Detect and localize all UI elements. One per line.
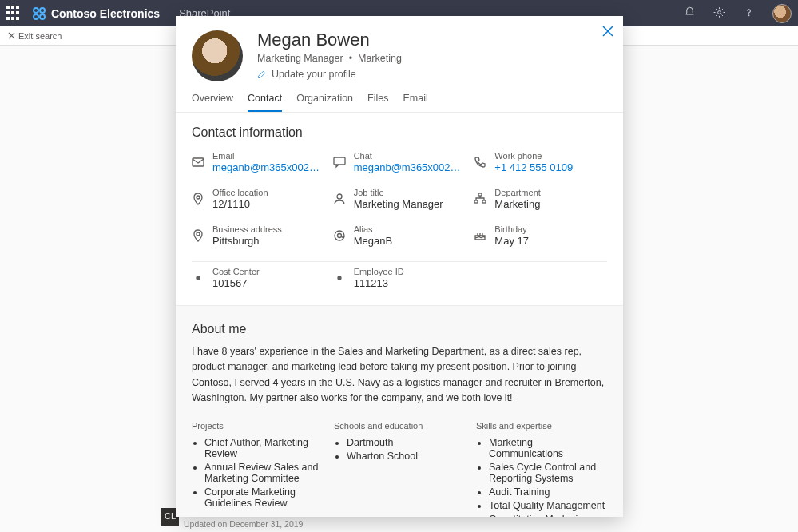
- tab-organization[interactable]: Organization: [296, 93, 353, 112]
- field-label: Job title: [354, 188, 443, 197]
- svg-point-13: [197, 232, 200, 236]
- skills-list: Marketing CommunicationsSales Cycle Cont…: [476, 437, 607, 518]
- projects-heading: Projects: [192, 421, 323, 431]
- chat-icon: [333, 156, 346, 169]
- gear-icon[interactable]: [713, 6, 725, 21]
- pin-icon: [192, 193, 204, 205]
- svg-point-2: [34, 14, 38, 19]
- mail-icon: [192, 156, 204, 169]
- svg-point-16: [197, 276, 200, 280]
- contact-field: Work phone+1 412 555 0109: [474, 151, 607, 173]
- contact-field: AliasMeganB: [333, 224, 466, 247]
- profile-tabs: Overview Contact Organization Files Emai…: [176, 81, 623, 113]
- svg-point-17: [338, 276, 341, 280]
- schools-list: DartmouthWharton School: [334, 437, 465, 462]
- field-value: 111213: [354, 277, 404, 289]
- app-launcher-icon[interactable]: [6, 6, 22, 22]
- field-label: Cost Center: [212, 267, 260, 276]
- at-icon: [333, 229, 346, 242]
- brand-name: Contoso Electronics: [51, 7, 160, 20]
- list-item: Chief Author, Marketing Review: [204, 437, 323, 459]
- contact-field: Cost Center101567: [192, 267, 325, 289]
- tab-files[interactable]: Files: [367, 93, 388, 112]
- bell-icon[interactable]: [684, 6, 696, 21]
- list-item: Marketing Communications: [489, 437, 607, 459]
- tab-overview[interactable]: Overview: [192, 93, 233, 112]
- profile-photo: [192, 30, 243, 81]
- field-label: Department: [494, 188, 540, 197]
- svg-point-15: [337, 234, 341, 238]
- contact-info-heading: Contact information: [192, 125, 607, 140]
- schools-heading: Schools and education: [334, 421, 465, 431]
- tab-email[interactable]: Email: [403, 93, 427, 112]
- field-label: Business address: [212, 224, 282, 234]
- field-value: Marketing: [494, 198, 540, 210]
- bullet-icon: [192, 272, 204, 284]
- field-value: May 17: [494, 235, 529, 247]
- field-value: 101567: [212, 277, 260, 289]
- bullet-icon: [333, 272, 346, 284]
- projects-list: Chief Author, Marketing ReviewAnnual Rev…: [192, 437, 323, 509]
- exit-search-link[interactable]: Exit search: [8, 31, 62, 41]
- field-value[interactable]: meganb@m365x002621.on…: [212, 161, 324, 173]
- profile-title: Marketing Manager • Marketing: [257, 53, 402, 64]
- svg-point-9: [337, 194, 342, 199]
- svg-point-4: [718, 10, 721, 14]
- field-value: MeganB: [354, 235, 392, 247]
- contact-field: DepartmentMarketing: [474, 188, 607, 210]
- svg-point-1: [40, 8, 45, 13]
- field-label: Office location: [212, 188, 268, 197]
- contact-field: Office location12/1110: [192, 188, 325, 210]
- about-heading: About me: [192, 322, 607, 336]
- field-value: Marketing Manager: [354, 198, 443, 210]
- skills-heading: Skills and expertise: [476, 421, 607, 431]
- list-item: Total Quality Management: [489, 500, 607, 511]
- list-item: Annual Review Sales and Marketing Commit…: [204, 462, 323, 484]
- field-label: Work phone: [494, 151, 573, 161]
- profile-name: Megan Bowen: [257, 30, 402, 50]
- field-label: Alias: [354, 224, 392, 234]
- help-icon[interactable]: [743, 6, 755, 21]
- close-button[interactable]: [601, 24, 615, 38]
- cake-icon: [474, 229, 486, 242]
- list-item: Audit Training: [489, 486, 607, 498]
- field-value: 12/1110: [212, 198, 268, 210]
- list-item: Quantitative Marketing Analysis: [489, 514, 607, 518]
- svg-point-5: [748, 14, 749, 15]
- field-value: Pittsburgh: [212, 235, 282, 247]
- contact-field: Job titleMarketing Manager: [333, 188, 466, 210]
- svg-point-0: [34, 8, 38, 13]
- list-item: Sales Cycle Control and Reporting System…: [489, 462, 607, 484]
- list-item: Dartmouth: [347, 437, 465, 448]
- exit-search-label: Exit search: [18, 31, 62, 41]
- org-icon: [474, 193, 486, 205]
- profile-card-modal: Megan Bowen Marketing Manager • Marketin…: [176, 16, 623, 517]
- person-icon: [333, 193, 346, 205]
- svg-point-3: [40, 14, 45, 19]
- svg-rect-12: [482, 200, 486, 203]
- contact-field: Employee ID111213: [333, 267, 466, 289]
- result-updated: Updated on December 31, 2019: [184, 518, 392, 530]
- field-value[interactable]: +1 412 555 0109: [494, 161, 573, 173]
- pin-icon: [192, 229, 204, 242]
- update-profile-link[interactable]: Update your profile: [257, 69, 402, 80]
- svg-rect-10: [478, 193, 482, 196]
- tab-contact[interactable]: Contact: [248, 93, 282, 112]
- contact-field: Chatmeganb@m365x002621.on…: [333, 151, 466, 173]
- contact-field: Emailmeganb@m365x002621.on…: [192, 151, 325, 173]
- user-avatar[interactable]: [772, 4, 792, 23]
- contact-field: Business addressPittsburgh: [192, 224, 325, 247]
- profile-scroll[interactable]: Contact information Emailmeganb@m365x002…: [176, 113, 623, 517]
- brand-logo-icon: [32, 6, 46, 21]
- phone-icon: [474, 156, 486, 169]
- field-label: Email: [212, 151, 324, 161]
- contact-field: BirthdayMay 17: [474, 224, 607, 247]
- field-label: Chat: [354, 151, 466, 161]
- svg-rect-11: [474, 200, 478, 203]
- svg-point-8: [197, 196, 200, 199]
- svg-point-14: [335, 231, 344, 240]
- list-item: Corporate Marketing Guidelines Review: [204, 486, 323, 509]
- list-item: Wharton School: [347, 451, 465, 462]
- svg-rect-7: [334, 157, 345, 165]
- field-value[interactable]: meganb@m365x002621.on…: [354, 161, 466, 173]
